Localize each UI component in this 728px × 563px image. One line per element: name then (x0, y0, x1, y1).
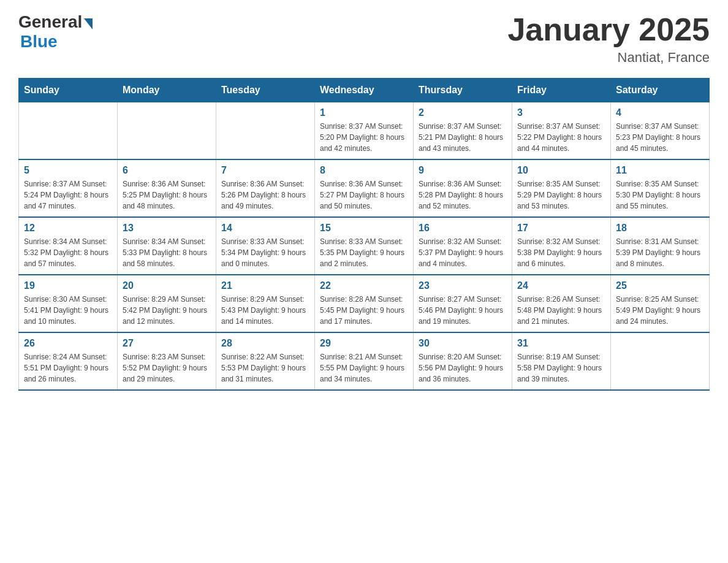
calendar-cell (611, 332, 710, 390)
day-info: Sunrise: 8:27 AM Sunset: 5:46 PM Dayligh… (419, 294, 507, 327)
calendar-cell (19, 102, 118, 160)
calendar-cell: 9Sunrise: 8:36 AM Sunset: 5:28 PM Daylig… (414, 159, 512, 217)
day-info: Sunrise: 8:29 AM Sunset: 5:43 PM Dayligh… (221, 294, 309, 327)
day-number: 5 (24, 165, 112, 176)
day-info: Sunrise: 8:28 AM Sunset: 5:45 PM Dayligh… (320, 294, 408, 327)
day-number: 30 (419, 338, 507, 349)
calendar-cell: 4Sunrise: 8:37 AM Sunset: 5:23 PM Daylig… (611, 102, 710, 160)
calendar-cell: 21Sunrise: 8:29 AM Sunset: 5:43 PM Dayli… (216, 275, 315, 332)
day-info: Sunrise: 8:37 AM Sunset: 5:22 PM Dayligh… (517, 121, 605, 154)
day-number: 31 (517, 338, 605, 349)
calendar-cell (216, 102, 315, 160)
day-info: Sunrise: 8:19 AM Sunset: 5:58 PM Dayligh… (517, 351, 605, 385)
day-number: 20 (123, 280, 211, 291)
day-info: Sunrise: 8:35 AM Sunset: 5:30 PM Dayligh… (616, 178, 704, 212)
calendar-week-4: 19Sunrise: 8:30 AM Sunset: 5:41 PM Dayli… (19, 275, 710, 332)
calendar-cell: 5Sunrise: 8:37 AM Sunset: 5:24 PM Daylig… (19, 159, 118, 217)
day-number: 11 (616, 165, 704, 176)
day-number: 6 (123, 165, 211, 176)
calendar-week-3: 12Sunrise: 8:34 AM Sunset: 5:32 PM Dayli… (19, 217, 710, 275)
day-info: Sunrise: 8:29 AM Sunset: 5:42 PM Dayligh… (123, 294, 211, 327)
day-header-friday: Friday (512, 79, 611, 102)
calendar-cell: 3Sunrise: 8:37 AM Sunset: 5:22 PM Daylig… (512, 102, 611, 160)
day-info: Sunrise: 8:36 AM Sunset: 5:25 PM Dayligh… (123, 178, 211, 212)
calendar-week-2: 5Sunrise: 8:37 AM Sunset: 5:24 PM Daylig… (19, 159, 710, 217)
calendar-cell: 13Sunrise: 8:34 AM Sunset: 5:33 PM Dayli… (118, 217, 216, 275)
day-number: 14 (221, 223, 309, 234)
day-number: 2 (419, 107, 507, 118)
location-text: Nantiat, France (507, 50, 710, 66)
day-number: 28 (221, 338, 309, 349)
day-header-sunday: Sunday (19, 79, 118, 102)
title-area: January 2025 Nantiat, France (507, 12, 710, 66)
calendar-cell: 23Sunrise: 8:27 AM Sunset: 5:46 PM Dayli… (414, 275, 512, 332)
calendar-cell: 2Sunrise: 8:37 AM Sunset: 5:21 PM Daylig… (414, 102, 512, 160)
day-header-monday: Monday (118, 79, 216, 102)
day-info: Sunrise: 8:24 AM Sunset: 5:51 PM Dayligh… (24, 351, 112, 385)
day-number: 29 (320, 338, 408, 349)
calendar-cell: 12Sunrise: 8:34 AM Sunset: 5:32 PM Dayli… (19, 217, 118, 275)
calendar-cell: 27Sunrise: 8:23 AM Sunset: 5:52 PM Dayli… (118, 332, 216, 390)
day-number: 26 (24, 338, 112, 349)
calendar-cell: 18Sunrise: 8:31 AM Sunset: 5:39 PM Dayli… (611, 217, 710, 275)
calendar-cell: 8Sunrise: 8:36 AM Sunset: 5:27 PM Daylig… (315, 159, 414, 217)
logo: General Blue (18, 12, 93, 52)
day-info: Sunrise: 8:37 AM Sunset: 5:23 PM Dayligh… (616, 121, 704, 154)
calendar-header-row: SundayMondayTuesdayWednesdayThursdayFrid… (19, 79, 710, 102)
day-number: 25 (616, 280, 704, 291)
day-info: Sunrise: 8:36 AM Sunset: 5:28 PM Dayligh… (419, 178, 507, 212)
day-header-thursday: Thursday (414, 79, 512, 102)
calendar-cell: 15Sunrise: 8:33 AM Sunset: 5:35 PM Dayli… (315, 217, 414, 275)
day-info: Sunrise: 8:34 AM Sunset: 5:33 PM Dayligh… (123, 236, 211, 269)
calendar-cell: 1Sunrise: 8:37 AM Sunset: 5:20 PM Daylig… (315, 102, 414, 160)
calendar-cell: 6Sunrise: 8:36 AM Sunset: 5:25 PM Daylig… (118, 159, 216, 217)
day-info: Sunrise: 8:26 AM Sunset: 5:48 PM Dayligh… (517, 294, 605, 327)
day-info: Sunrise: 8:32 AM Sunset: 5:38 PM Dayligh… (517, 236, 605, 269)
day-number: 9 (419, 165, 507, 176)
day-info: Sunrise: 8:34 AM Sunset: 5:32 PM Dayligh… (24, 236, 112, 269)
day-info: Sunrise: 8:37 AM Sunset: 5:21 PM Dayligh… (419, 121, 507, 154)
calendar-cell: 24Sunrise: 8:26 AM Sunset: 5:48 PM Dayli… (512, 275, 611, 332)
calendar-cell: 30Sunrise: 8:20 AM Sunset: 5:56 PM Dayli… (414, 332, 512, 390)
page-header: General Blue January 2025 Nantiat, Franc… (18, 12, 710, 66)
day-number: 7 (221, 165, 309, 176)
calendar-cell: 11Sunrise: 8:35 AM Sunset: 5:30 PM Dayli… (611, 159, 710, 217)
day-info: Sunrise: 8:36 AM Sunset: 5:26 PM Dayligh… (221, 178, 309, 212)
day-info: Sunrise: 8:35 AM Sunset: 5:29 PM Dayligh… (517, 178, 605, 212)
day-info: Sunrise: 8:33 AM Sunset: 5:34 PM Dayligh… (221, 236, 309, 269)
calendar-table: SundayMondayTuesdayWednesdayThursdayFrid… (18, 78, 710, 391)
day-number: 10 (517, 165, 605, 176)
day-number: 19 (24, 280, 112, 291)
day-number: 1 (320, 107, 408, 118)
day-number: 15 (320, 223, 408, 234)
day-number: 18 (616, 223, 704, 234)
day-number: 8 (320, 165, 408, 176)
calendar-cell: 20Sunrise: 8:29 AM Sunset: 5:42 PM Dayli… (118, 275, 216, 332)
day-info: Sunrise: 8:21 AM Sunset: 5:55 PM Dayligh… (320, 351, 408, 385)
calendar-cell: 14Sunrise: 8:33 AM Sunset: 5:34 PM Dayli… (216, 217, 315, 275)
calendar-week-1: 1Sunrise: 8:37 AM Sunset: 5:20 PM Daylig… (19, 102, 710, 160)
day-info: Sunrise: 8:25 AM Sunset: 5:49 PM Dayligh… (616, 294, 704, 327)
calendar-cell: 28Sunrise: 8:22 AM Sunset: 5:53 PM Dayli… (216, 332, 315, 390)
day-info: Sunrise: 8:32 AM Sunset: 5:37 PM Dayligh… (419, 236, 507, 269)
day-number: 24 (517, 280, 605, 291)
day-info: Sunrise: 8:22 AM Sunset: 5:53 PM Dayligh… (221, 351, 309, 385)
day-info: Sunrise: 8:30 AM Sunset: 5:41 PM Dayligh… (24, 294, 112, 327)
logo-general-text: General (18, 12, 82, 32)
calendar-cell: 25Sunrise: 8:25 AM Sunset: 5:49 PM Dayli… (611, 275, 710, 332)
calendar-cell (118, 102, 216, 160)
day-info: Sunrise: 8:23 AM Sunset: 5:52 PM Dayligh… (123, 351, 211, 385)
day-header-saturday: Saturday (611, 79, 710, 102)
logo-arrow-icon (84, 18, 93, 29)
calendar-cell: 22Sunrise: 8:28 AM Sunset: 5:45 PM Dayli… (315, 275, 414, 332)
calendar-cell: 19Sunrise: 8:30 AM Sunset: 5:41 PM Dayli… (19, 275, 118, 332)
day-number: 4 (616, 107, 704, 118)
day-info: Sunrise: 8:31 AM Sunset: 5:39 PM Dayligh… (616, 236, 704, 269)
calendar-cell: 26Sunrise: 8:24 AM Sunset: 5:51 PM Dayli… (19, 332, 118, 390)
day-number: 13 (123, 223, 211, 234)
day-number: 16 (419, 223, 507, 234)
day-number: 3 (517, 107, 605, 118)
day-info: Sunrise: 8:37 AM Sunset: 5:24 PM Dayligh… (24, 178, 112, 212)
calendar-week-5: 26Sunrise: 8:24 AM Sunset: 5:51 PM Dayli… (19, 332, 710, 390)
day-number: 22 (320, 280, 408, 291)
